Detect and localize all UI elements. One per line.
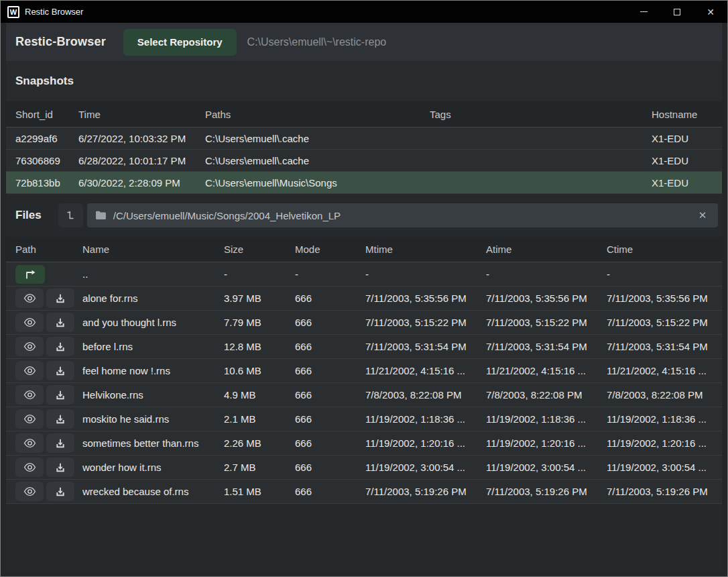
minimize-button[interactable] bbox=[627, 1, 660, 23]
snapshot-row[interactable]: a2299af6 6/27/2022, 10:03:32 PM C:\Users… bbox=[6, 127, 722, 150]
column-header-atime[interactable]: Atime bbox=[486, 244, 607, 255]
download-icon bbox=[55, 414, 66, 425]
file-mode: 666 bbox=[295, 437, 365, 449]
clear-path-button[interactable]: ✕ bbox=[694, 207, 711, 224]
snapshot-hostname: X1-EDU bbox=[652, 155, 722, 166]
preview-file-button[interactable] bbox=[15, 361, 44, 380]
download-icon bbox=[55, 390, 66, 401]
file-ctime: 7/11/2003, 5:15:22 PM bbox=[607, 317, 722, 328]
files-section-header: Files /C/Users/emuell/Music/Songs/2004_H… bbox=[6, 194, 722, 237]
file-size: 4.9 MB bbox=[224, 389, 295, 401]
preview-file-button[interactable] bbox=[15, 337, 44, 356]
file-row: wrecked because of.rns 1.51 MB 666 7/11/… bbox=[6, 480, 722, 504]
eye-icon bbox=[23, 293, 36, 303]
app-name: Restic-Browser bbox=[15, 35, 106, 49]
file-mtime: 7/8/2003, 8:22:08 PM bbox=[365, 389, 486, 401]
file-atime: 11/19/2002, 1:18:36 ... bbox=[486, 413, 607, 425]
column-header-hostname[interactable]: Hostname bbox=[652, 109, 722, 120]
column-header-paths[interactable]: Paths bbox=[205, 109, 430, 120]
close-button[interactable]: ✕ bbox=[694, 1, 727, 23]
download-icon bbox=[55, 486, 66, 497]
download-file-button[interactable] bbox=[46, 385, 74, 405]
file-name[interactable]: and you thought l.rns bbox=[82, 317, 224, 328]
file-row: before l.rns 12.8 MB 666 7/11/2003, 5:31… bbox=[6, 335, 722, 359]
column-header-short-id[interactable]: Short_id bbox=[15, 109, 78, 120]
eye-icon bbox=[23, 438, 36, 448]
files-title: Files bbox=[15, 209, 42, 222]
preview-file-button[interactable] bbox=[15, 409, 44, 429]
snapshot-hostname: X1-EDU bbox=[652, 177, 722, 189]
download-file-button[interactable] bbox=[46, 337, 74, 356]
file-size: 2.26 MB bbox=[224, 437, 295, 449]
download-file-button[interactable] bbox=[46, 313, 74, 332]
file-row: feel home now !.rns 10.6 MB 666 11/21/20… bbox=[6, 359, 722, 383]
file-mtime: 11/19/2002, 1:18:36 ... bbox=[365, 413, 486, 425]
file-name[interactable]: wrecked because of.rns bbox=[82, 486, 224, 497]
select-repository-button[interactable]: Select Repository bbox=[123, 29, 237, 56]
current-path-bar[interactable]: /C/Users/emuell/Music/Songs/2004_Helveti… bbox=[87, 203, 718, 227]
preview-file-button[interactable] bbox=[15, 288, 44, 308]
file-mode: 666 bbox=[295, 486, 365, 497]
download-file-button[interactable] bbox=[46, 409, 74, 429]
download-file-button[interactable] bbox=[46, 433, 74, 453]
parent-dir-size: - bbox=[224, 268, 295, 280]
file-ctime: 7/8/2003, 8:22:08 PM bbox=[607, 389, 722, 401]
tree-view-icon bbox=[65, 210, 76, 221]
column-header-mode[interactable]: Mode bbox=[295, 244, 365, 255]
download-file-button[interactable] bbox=[46, 482, 74, 501]
tree-view-toggle-button[interactable] bbox=[58, 203, 83, 227]
file-name[interactable]: alone for.rns bbox=[82, 293, 224, 304]
preview-file-button[interactable] bbox=[15, 313, 44, 332]
header-bar: Restic-Browser Select Repository C:\User… bbox=[6, 23, 722, 61]
parent-dir-name[interactable]: .. bbox=[82, 268, 224, 280]
file-mtime: 11/21/2002, 4:15:16 ... bbox=[365, 365, 486, 376]
app-logo-icon: W bbox=[7, 6, 19, 18]
file-row: moskito he said.rns 2.1 MB 666 11/19/200… bbox=[6, 407, 722, 431]
file-row: wonder how it.rns 2.7 MB 666 11/19/2002,… bbox=[6, 456, 722, 480]
parent-dir-atime: - bbox=[486, 268, 607, 280]
parent-dir-mtime: - bbox=[365, 268, 486, 280]
file-mode: 666 bbox=[295, 413, 365, 425]
file-ctime: 11/19/2002, 1:18:36 ... bbox=[607, 413, 722, 425]
preview-file-button[interactable] bbox=[15, 385, 44, 405]
file-name[interactable]: Helvikone.rns bbox=[82, 389, 224, 401]
snapshots-table-header: Short_id Time Paths Tags Hostname bbox=[6, 101, 722, 127]
eye-icon bbox=[23, 317, 36, 327]
file-mode: 666 bbox=[295, 341, 365, 352]
download-file-button[interactable] bbox=[46, 361, 74, 380]
maximize-button[interactable] bbox=[660, 1, 694, 23]
column-header-name[interactable]: Name bbox=[82, 244, 224, 255]
column-header-size[interactable]: Size bbox=[224, 244, 295, 255]
file-ctime: 7/11/2003, 5:35:56 PM bbox=[607, 293, 722, 304]
eye-icon bbox=[23, 342, 36, 352]
go-up-directory-button[interactable] bbox=[15, 265, 45, 284]
snapshot-row[interactable]: 72b813bb 6/30/2022, 2:28:09 PM C:\Users\… bbox=[6, 172, 722, 194]
minimize-icon bbox=[640, 11, 648, 13]
file-name[interactable]: sometimes better than.rns bbox=[82, 437, 224, 449]
download-icon bbox=[55, 293, 66, 304]
column-header-mtime[interactable]: Mtime bbox=[365, 244, 486, 255]
file-mode: 666 bbox=[295, 293, 365, 304]
column-header-time[interactable]: Time bbox=[78, 109, 205, 120]
file-mtime: 11/19/2002, 1:20:16 ... bbox=[365, 437, 486, 449]
file-name[interactable]: moskito he said.rns bbox=[82, 413, 224, 425]
preview-file-button[interactable] bbox=[15, 458, 44, 477]
column-header-tags[interactable]: Tags bbox=[430, 109, 652, 120]
preview-file-button[interactable] bbox=[15, 433, 44, 453]
parent-directory-row: .. - - - - - bbox=[6, 262, 722, 286]
preview-file-button[interactable] bbox=[15, 482, 44, 501]
file-name[interactable]: feel home now !.rns bbox=[82, 365, 224, 376]
file-name[interactable]: before l.rns bbox=[82, 341, 224, 352]
file-name[interactable]: wonder how it.rns bbox=[82, 462, 224, 473]
window-title: Restic Browser bbox=[25, 7, 83, 17]
file-mtime: 7/11/2003, 5:15:22 PM bbox=[365, 317, 486, 328]
download-icon bbox=[55, 366, 66, 376]
column-header-path[interactable]: Path bbox=[15, 244, 82, 255]
download-file-button[interactable] bbox=[46, 458, 74, 477]
download-file-button[interactable] bbox=[46, 288, 74, 308]
file-size: 2.1 MB bbox=[224, 413, 295, 425]
snapshot-row[interactable]: 76306869 6/28/2022, 10:01:17 PM C:\Users… bbox=[6, 150, 722, 172]
clear-path-icon: ✕ bbox=[699, 209, 707, 221]
file-row: Helvikone.rns 4.9 MB 666 7/8/2003, 8:22:… bbox=[6, 383, 722, 407]
column-header-ctime[interactable]: Ctime bbox=[607, 244, 722, 255]
